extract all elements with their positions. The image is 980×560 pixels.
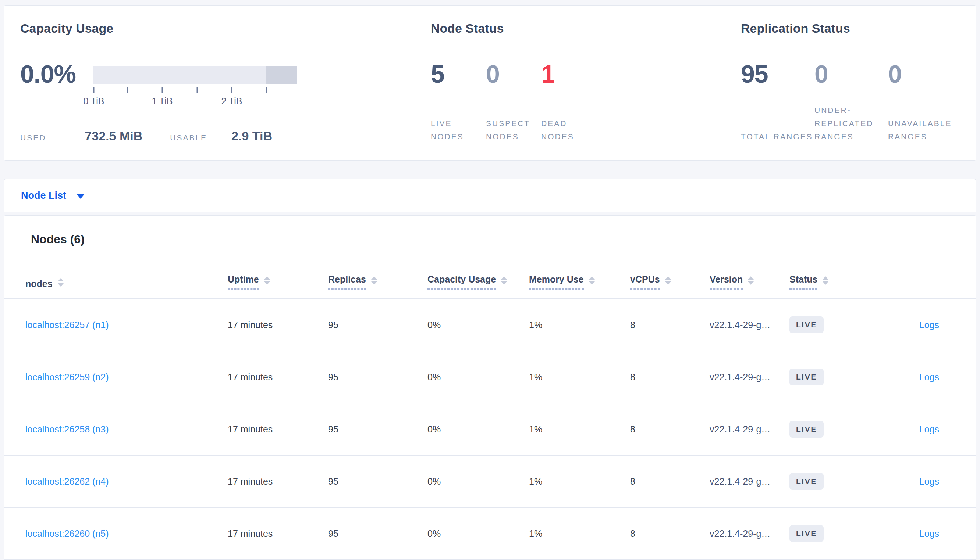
sort-down-arrow-icon — [264, 282, 270, 285]
stat-value: 1 — [541, 61, 596, 87]
view-selector-card: Node List — [4, 179, 976, 212]
stat-label: LIVE NODES — [431, 117, 486, 143]
tick-mark — [127, 87, 129, 93]
replication-status-labels: TOTAL RANGESUNDER-REPLICATED RANGESUNAVA… — [741, 103, 973, 143]
sort-icon — [665, 276, 671, 285]
cell-node: localhost:26259 (n2) — [25, 372, 228, 383]
capacity-axis-labels: 0 TiB 1 TiB 2 TiB — [93, 95, 297, 106]
cell-memory-use: 1% — [529, 372, 630, 383]
tick-mark — [94, 87, 95, 93]
table-row: localhost:26260 (n5)17 minutes950%1%8v22… — [4, 508, 976, 560]
sort-icon — [823, 276, 828, 285]
tick-mark — [266, 87, 267, 93]
cell-replicas: 95 — [328, 372, 428, 383]
node-link[interactable]: localhost:26259 (n2) — [25, 372, 109, 382]
logs-link[interactable]: Logs — [919, 424, 939, 434]
cell-status: LIVE — [789, 368, 885, 385]
stat-value: 0 — [888, 61, 962, 87]
capacity-used-usable-row: USED 732.5 MiB USABLE 2.9 TiB — [20, 129, 418, 143]
cell-logs: Logs — [885, 528, 976, 539]
sort-up-arrow-icon — [823, 276, 828, 280]
cell-status: LIVE — [789, 525, 885, 542]
tick-mark — [197, 87, 198, 93]
sort-down-arrow-icon — [823, 282, 828, 285]
logs-link[interactable]: Logs — [919, 476, 939, 487]
column-header-nodes[interactable]: nodes — [25, 278, 228, 290]
cell-capacity-usage: 0% — [428, 528, 529, 539]
cell-capacity-usage: 0% — [428, 372, 529, 383]
status-badge: LIVE — [789, 368, 824, 385]
node-link[interactable]: localhost:26260 (n5) — [25, 528, 109, 539]
sort-icon — [589, 276, 595, 285]
nodes-table-card: Nodes (6) nodesUptimeReplicasCapacity Us… — [4, 215, 976, 560]
sort-icon — [58, 278, 64, 287]
cell-vcpus: 8 — [630, 528, 710, 539]
cell-status: LIVE — [789, 421, 885, 438]
stat-label: TOTAL RANGES — [741, 130, 814, 143]
cell-vcpus: 8 — [630, 424, 710, 435]
cell-node: localhost:26262 (n4) — [25, 476, 228, 487]
cell-status: LIVE — [789, 317, 885, 333]
status-badge: LIVE — [789, 421, 824, 438]
column-header-label: Replicas — [328, 274, 366, 290]
node-list-dropdown-label: Node List — [21, 190, 66, 202]
table-row: localhost:26258 (n3)17 minutes950%1%8v22… — [4, 403, 976, 456]
sort-down-arrow-icon — [589, 282, 595, 285]
column-header-vcpus[interactable]: vCPUs — [630, 274, 710, 290]
column-header-label: nodes — [25, 278, 53, 289]
column-header-capacity-usage[interactable]: Capacity Usage — [428, 274, 529, 290]
cell-vcpus: 8 — [630, 476, 710, 487]
column-header-replicas[interactable]: Replicas — [328, 274, 428, 290]
logs-link[interactable]: Logs — [919, 372, 939, 382]
capacity-percent-value: 0.0% — [20, 61, 83, 106]
cell-capacity-usage: 0% — [428, 476, 529, 487]
table-row: localhost:26262 (n4)17 minutes950%1%8v22… — [4, 456, 976, 508]
column-header-uptime[interactable]: Uptime — [228, 274, 328, 290]
sort-up-arrow-icon — [748, 276, 754, 280]
capacity-usage-title: Capacity Usage — [20, 20, 418, 37]
column-header-status[interactable]: Status — [789, 274, 885, 290]
node-list-dropdown[interactable]: Node List — [21, 190, 85, 202]
node-link[interactable]: localhost:26258 (n3) — [25, 424, 109, 434]
cell-uptime: 17 minutes — [228, 424, 328, 435]
sort-icon — [371, 276, 377, 285]
cell-version: v22.1.4-29-g… — [710, 476, 789, 487]
cell-version: v22.1.4-29-g… — [710, 320, 789, 330]
cell-version: v22.1.4-29-g… — [710, 424, 789, 435]
sort-icon — [748, 276, 754, 285]
nodes-table-body: localhost:26257 (n1)17 minutes950%1%8v22… — [4, 299, 976, 560]
capacity-usage-panel: Capacity Usage 0.0% 0 TiB 1 TiB — [20, 5, 418, 160]
table-row: localhost:26257 (n1)17 minutes950%1%8v22… — [4, 299, 976, 351]
nodes-table-title: Nodes (6) — [31, 232, 976, 247]
logs-link[interactable]: Logs — [919, 320, 939, 330]
stat-value: 5 — [431, 61, 486, 87]
cell-replicas: 95 — [328, 476, 428, 487]
cell-memory-use: 1% — [529, 320, 630, 330]
column-header-version[interactable]: Version — [710, 274, 789, 290]
cell-uptime: 17 minutes — [228, 320, 328, 330]
cell-logs: Logs — [885, 476, 976, 487]
logs-link[interactable]: Logs — [919, 528, 939, 539]
cell-node: localhost:26258 (n3) — [25, 424, 228, 435]
cell-replicas: 95 — [328, 528, 428, 539]
node-link[interactable]: localhost:26257 (n1) — [25, 320, 109, 330]
sort-up-arrow-icon — [371, 276, 377, 280]
sort-up-arrow-icon — [58, 278, 64, 282]
status-badge: LIVE — [789, 317, 824, 333]
cell-replicas: 95 — [328, 320, 428, 330]
cell-capacity-usage: 0% — [428, 320, 529, 330]
cell-node: localhost:26257 (n1) — [25, 320, 228, 330]
node-status-labels: LIVE NODESSUSPECT NODESDEAD NODES — [431, 117, 732, 143]
used-label: USED — [20, 133, 46, 142]
column-header-label: Capacity Usage — [428, 274, 496, 290]
cell-memory-use: 1% — [529, 476, 630, 487]
cluster-summary-card: Capacity Usage 0.0% 0 TiB 1 TiB — [4, 5, 976, 161]
sort-down-arrow-icon — [665, 282, 671, 285]
column-header-memory-use[interactable]: Memory Use — [529, 274, 630, 290]
sort-up-arrow-icon — [665, 276, 671, 280]
node-link[interactable]: localhost:26262 (n4) — [25, 476, 109, 487]
stat-value: 0 — [486, 61, 541, 87]
cell-capacity-usage: 0% — [428, 424, 529, 435]
chevron-down-icon — [77, 194, 85, 199]
cell-status: LIVE — [789, 473, 885, 490]
